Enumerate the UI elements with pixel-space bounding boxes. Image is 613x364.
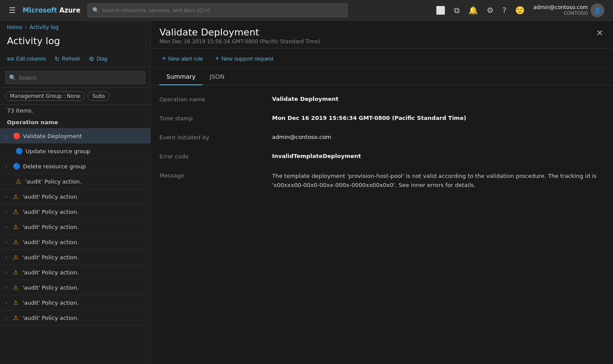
warning-icon: ⚠️ — [13, 208, 20, 215]
item-label: 'audit' Policy action. — [23, 254, 79, 261]
left-panel: Home › Activity log Activity log ≡≡ Edit… — [0, 21, 151, 364]
event-initiated-row: Event initiated by admin@contoso.com — [159, 134, 604, 141]
list-item[interactable]: 🔵 Update resource group — [0, 144, 150, 159]
list-item[interactable]: › 🔵 Delete resource group — [0, 159, 150, 174]
detail-content: Operation name Validate Deployment Time … — [151, 85, 613, 364]
refresh-button[interactable]: ↻ Refresh — [51, 53, 84, 64]
list-item[interactable]: › ⚠️ 'audit' Policy action. — [0, 265, 150, 280]
warning-icon: ⚠️ — [13, 238, 20, 245]
breadcrumb: Home › Activity log — [0, 21, 150, 34]
list-item[interactable]: › ⚠️ 'audit' Policy action. — [0, 280, 150, 295]
activity-list: › 🔴 Validate Deployment 🔵 Update resourc… — [0, 129, 150, 364]
list-item[interactable]: › ⚠️ 'audit' Policy action. — [0, 219, 150, 235]
notifications-icon[interactable]: 🔔 — [465, 3, 481, 17]
warning-icon: ⚠️ — [13, 254, 20, 261]
error-code-row: Error code InvalidTemplateDeployment — [159, 153, 604, 160]
warning-icon: ⚠️ — [13, 223, 20, 230]
list-item[interactable]: › 🔴 Validate Deployment — [0, 129, 150, 144]
global-search-box[interactable]: 🔍 — [88, 3, 347, 17]
operation-name-label: Operation name — [159, 96, 272, 103]
event-initiated-value: admin@contoso.com — [272, 134, 604, 140]
user-menu[interactable]: admin@contoso.com CONTOSO 👤 — [530, 2, 608, 19]
top-navigation: ☰ Microsoft Azure 🔍 ⬜ ⧉ 🔔 ⚙️ ? 🙂 admin@c… — [0, 0, 613, 21]
warning-icon: ⚠️ — [13, 269, 20, 276]
username-label: admin@contoso.com — [533, 4, 588, 10]
diag-button[interactable]: ⚙ Diag — [85, 53, 111, 64]
breadcrumb-current: Activity log — [29, 24, 58, 30]
warning-icon: ⚠️ — [13, 299, 20, 306]
settings-icon[interactable]: ⚙️ — [483, 3, 497, 17]
tenant-label: CONTOSO — [533, 10, 588, 16]
avatar: 👤 — [590, 3, 604, 17]
list-item[interactable]: › ⚠️ 'audit' Policy action. — [0, 204, 150, 219]
nav-icons: ⬜ ⧉ 🔔 ⚙️ ? 🙂 admin@contoso.com CONTOSO 👤 — [432, 2, 608, 19]
chevron-right-icon: › — [5, 300, 10, 306]
list-item[interactable]: ⚠️ 'audit' Policy action. — [0, 174, 150, 189]
new-support-request-button[interactable]: + New support request — [213, 53, 276, 64]
chevron-right-icon: › — [5, 209, 10, 215]
info-icon: 🔵 — [16, 148, 23, 155]
search-icon: 🔍 — [9, 74, 16, 81]
operation-name-value: Validate Deployment — [272, 96, 604, 102]
chevron-right-icon: › — [5, 239, 10, 245]
item-label: 'audit' Policy action. — [23, 284, 79, 291]
list-item[interactable]: › ⚠️ 'audit' Policy action. — [0, 189, 150, 204]
hamburger-menu[interactable]: ☰ — [5, 4, 19, 16]
error-icon: 🔴 — [13, 132, 20, 139]
detail-title: Validate Deployment — [159, 27, 604, 38]
list-item[interactable]: › ⚠️ 'audit' Policy action. — [0, 310, 150, 325]
left-toolbar: ≡≡ Edit columns ↻ Refresh ⚙ Diag — [0, 51, 150, 68]
item-label: 'audit' Policy action. — [23, 239, 79, 245]
tab-json[interactable]: JSON — [203, 69, 232, 85]
refresh-label: Refresh — [62, 56, 80, 62]
column-header-operation: Operation name — [0, 116, 150, 129]
item-label: 'audit' Policy action. — [23, 300, 79, 306]
item-label: Validate Deployment — [23, 133, 82, 139]
search-icon: 🔍 — [92, 7, 99, 13]
portal-icon[interactable]: ⧉ — [451, 3, 463, 18]
tab-summary[interactable]: Summary — [159, 69, 203, 85]
detail-tabs: Summary JSON — [151, 69, 613, 85]
list-item[interactable]: › ⚠️ 'audit' Policy action. — [0, 295, 150, 310]
app-logo: Microsoft Azure — [23, 6, 80, 14]
subs-filter[interactable]: Subs — [88, 91, 110, 101]
warning-icon: ⚠️ — [13, 314, 20, 321]
chevron-right-icon: › — [5, 285, 10, 290]
new-alert-rule-button[interactable]: + New alert rule — [159, 53, 206, 64]
item-label: 'audit' Policy action. — [25, 178, 81, 185]
item-label: 'audit' Policy action. — [23, 269, 79, 276]
diag-icon: ⚙ — [89, 55, 94, 62]
help-icon[interactable]: ? — [499, 3, 510, 17]
edit-columns-label: Edit columns — [16, 56, 46, 62]
list-item[interactable]: › ⚠️ 'audit' Policy action. — [0, 250, 150, 265]
detail-header: Validate Deployment Mon Dec 16 2019 15:5… — [151, 21, 613, 48]
breadcrumb-home[interactable]: Home — [7, 24, 22, 30]
item-label: 'audit' Policy action. — [23, 209, 79, 215]
chevron-right-icon: › — [5, 254, 10, 260]
search-input[interactable] — [19, 74, 141, 81]
chevron-right-icon: › — [5, 315, 10, 321]
time-stamp-value: Mon Dec 16 2019 15:56:34 GMT-0800 (Pacif… — [272, 115, 604, 121]
item-label: Delete resource group — [23, 163, 86, 170]
info-icon: 🔵 — [13, 163, 20, 170]
search-box[interactable]: 🔍 — [5, 71, 145, 84]
management-group-filter[interactable]: Management Group : None — [5, 91, 85, 101]
item-count: 73 items. — [0, 105, 150, 116]
edit-columns-button[interactable]: ≡≡ Edit columns — [3, 53, 49, 64]
item-label: Update resource group — [26, 148, 90, 155]
chevron-right-icon: › — [5, 194, 10, 200]
list-item[interactable]: › ⚠️ 'audit' Policy action. — [0, 235, 150, 250]
cloud-shell-icon[interactable]: ⬜ — [432, 3, 449, 17]
warning-icon: ⚠️ — [13, 193, 20, 200]
detail-subtitle: Mon Dec 16 2019 15:56:34 GMT-0800 (Pacif… — [159, 39, 604, 45]
event-initiated-label: Event initiated by — [159, 134, 272, 141]
new-alert-label: New alert rule — [168, 55, 203, 62]
global-search-input[interactable] — [102, 7, 343, 13]
message-label: Message — [159, 172, 272, 179]
feedback-icon[interactable]: 🙂 — [512, 3, 528, 17]
detail-panel: Validate Deployment Mon Dec 16 2019 15:5… — [151, 21, 613, 364]
error-code-value: InvalidTemplateDeployment — [272, 153, 604, 159]
diag-label: Diag — [97, 56, 107, 62]
close-button[interactable]: ✕ — [594, 27, 606, 39]
chevron-right-icon: › — [5, 270, 10, 275]
